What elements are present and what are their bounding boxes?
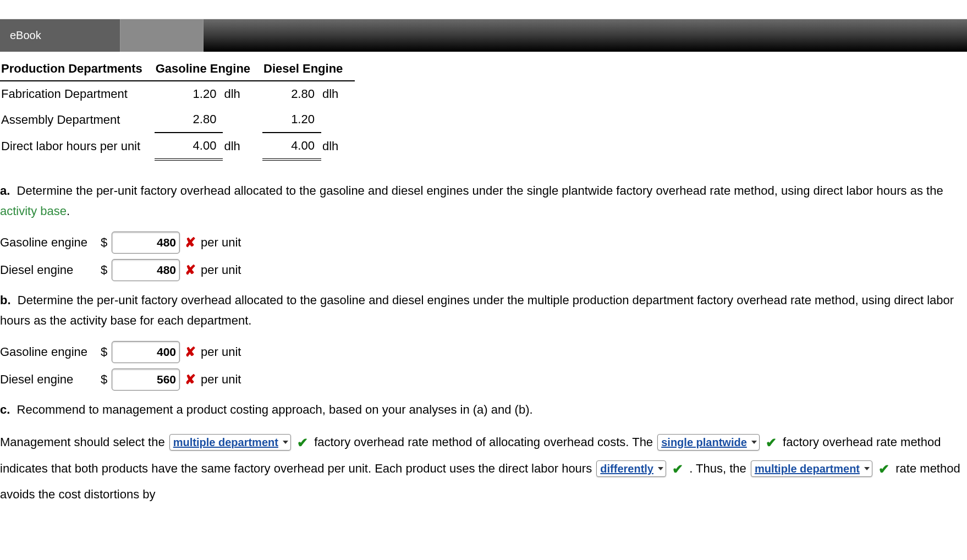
table-row: Fabrication Department 1.20 dlh 2.80 dlh [0, 81, 355, 107]
cell-value: 2.80 [155, 107, 223, 133]
wrong-icon: ✘ [184, 235, 196, 250]
question-letter: b. [0, 293, 11, 307]
answer-suffix: per unit [201, 345, 241, 359]
check-icon: ✔ [765, 430, 777, 456]
answer-suffix: per unit [201, 263, 241, 277]
col-header-diesel: Diesel Engine [262, 57, 355, 81]
cell-unit: dlh [223, 133, 262, 160]
check-icon: ✔ [296, 430, 309, 456]
question-text: Determine the per-unit factory overhead … [0, 293, 954, 327]
toolbar: eBook [0, 19, 967, 52]
answer-input-b-diesel[interactable] [112, 369, 180, 391]
toolbar-blank-tab[interactable] [120, 19, 204, 52]
answer-input-a-gasoline[interactable] [112, 232, 180, 254]
answer-label: Diesel engine [0, 372, 96, 387]
cell-unit: dlh [223, 81, 262, 107]
cell-unit [223, 107, 262, 133]
dropdown-c3[interactable]: differently [596, 460, 666, 477]
currency-symbol: $ [101, 235, 107, 250]
answer-suffix: per unit [201, 372, 241, 387]
chevron-down-icon [864, 467, 870, 470]
question-letter: a. [0, 184, 10, 197]
currency-symbol: $ [101, 263, 107, 277]
question-a: a. Determine the per-unit factory overhe… [0, 180, 967, 222]
dropdown-value: single plantwide [661, 436, 747, 448]
question-text: Recommend to management a product costin… [17, 403, 533, 416]
cell-value: 1.20 [155, 81, 223, 107]
answer-input-a-diesel[interactable] [112, 259, 180, 281]
cell-unit: dlh [321, 81, 355, 107]
dropdown-value: multiple department [755, 463, 860, 475]
cell-unit: dlh [321, 133, 355, 160]
cell-value: 2.80 [262, 81, 321, 107]
table-row: Assembly Department 2.80 1.20 [0, 107, 355, 133]
answer-input-b-gasoline[interactable] [112, 341, 180, 363]
cell-value: 1.20 [262, 107, 321, 133]
row-label: Fabrication Department [0, 81, 155, 107]
cell-unit [321, 107, 355, 133]
col-header-depts: Production Departments [0, 57, 155, 81]
dlh-table: Production Departments Gasoline Engine D… [0, 57, 355, 172]
wrong-icon: ✘ [184, 344, 196, 360]
wrong-icon: ✘ [184, 262, 196, 278]
row-label: Assembly Department [0, 107, 155, 133]
check-icon: ✔ [672, 456, 684, 482]
currency-symbol: $ [101, 345, 107, 359]
answer-c-paragraph: Management should select the multiple de… [0, 430, 967, 507]
chevron-down-icon [751, 441, 757, 444]
answer-row: Diesel engine $ ✘ per unit [0, 259, 967, 281]
dropdown-c1[interactable]: multiple department [169, 434, 291, 451]
chevron-down-icon [658, 467, 663, 470]
check-icon: ✔ [878, 456, 890, 482]
top-strip [0, 0, 967, 19]
dropdown-value: differently [600, 463, 653, 475]
answer-label: Gasoline engine [0, 345, 96, 359]
flow-text: Management should select the [0, 435, 168, 449]
answer-label: Gasoline engine [0, 235, 96, 250]
answer-row: Gasoline engine $ ✘ per unit [0, 341, 967, 363]
content-area: Production Departments Gasoline Engine D… [0, 57, 967, 507]
chevron-down-icon [283, 441, 288, 444]
wrong-icon: ✘ [184, 372, 196, 387]
question-letter: c. [0, 403, 10, 416]
question-b: b. Determine the per-unit factory overhe… [0, 290, 967, 331]
answer-row: Gasoline engine $ ✘ per unit [0, 232, 967, 254]
dropdown-c2[interactable]: single plantwide [657, 434, 760, 451]
answer-row: Diesel engine $ ✘ per unit [0, 369, 967, 391]
answer-suffix: per unit [201, 235, 241, 250]
question-text: Determine the per-unit factory overhead … [17, 184, 943, 197]
dropdown-value: multiple department [173, 436, 278, 448]
row-label: Direct labor hours per unit [0, 133, 155, 160]
flow-text: . Thus, the [689, 462, 750, 475]
flow-text: factory overhead rate method of allocati… [314, 435, 656, 449]
activity-base-link[interactable]: activity base [0, 204, 67, 218]
ebook-button[interactable]: eBook [0, 19, 120, 52]
question-text: . [67, 204, 70, 218]
ebook-label: eBook [10, 29, 41, 42]
cell-total: 4.00 [262, 133, 321, 160]
table-underline-row [0, 160, 355, 172]
col-header-gasoline: Gasoline Engine [155, 57, 262, 81]
table-total-row: Direct labor hours per unit 4.00 dlh 4.0… [0, 133, 355, 160]
question-c: c. Recommend to management a product cos… [0, 399, 967, 420]
answer-label: Diesel engine [0, 263, 96, 277]
cell-total: 4.00 [155, 133, 223, 160]
dropdown-c4[interactable]: multiple department [751, 460, 872, 477]
currency-symbol: $ [101, 372, 107, 387]
